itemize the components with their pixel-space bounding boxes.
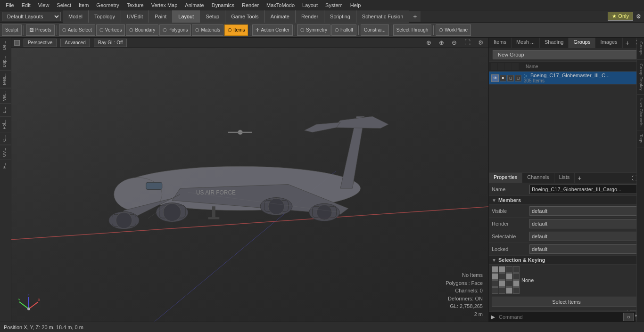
viewport-nav-icon[interactable]: ⊕ xyxy=(424,39,433,46)
select-items-button[interactable]: Select Items xyxy=(492,297,641,307)
menu-geometry[interactable]: Geometry xyxy=(92,1,123,9)
layer-item-boeing[interactable]: 👁 ■ ◻ ◻ ▷ Boeing_C17_Globemaster_III_C..… xyxy=(489,72,644,85)
raygl-button[interactable]: Ray GL: Off xyxy=(94,39,127,47)
layer-icons-header xyxy=(491,63,524,70)
selectable-dropdown[interactable]: default ▾ xyxy=(529,232,641,241)
menu-animate[interactable]: Animate xyxy=(181,1,207,9)
viewport-zoom-out-icon[interactable]: ⊖ xyxy=(450,39,459,46)
settings-icon[interactable]: ⚙ xyxy=(633,12,644,21)
menu-select[interactable]: Select xyxy=(53,1,75,9)
tab-animate[interactable]: Animate xyxy=(265,10,296,23)
menu-maxtomodo[interactable]: MaxToModo xyxy=(263,1,298,9)
menu-help[interactable]: Help xyxy=(347,1,365,9)
viewport-zoom-in-icon[interactable]: ⊕ xyxy=(437,39,446,46)
layout-dropdown[interactable]: Default Layouts xyxy=(2,12,61,21)
edge-tab-tags[interactable]: Tags xyxy=(637,130,644,147)
viewport-area[interactable]: Perspective Advanced Ray GL: Off ⊕ ⊕ ⊖ ⛶… xyxy=(11,38,488,322)
tab-layout[interactable]: Layout xyxy=(173,10,200,23)
tab-uvedit[interactable]: UVEdit xyxy=(121,10,149,23)
props-tab-plus[interactable]: + xyxy=(575,173,584,183)
no-items-label: No Items xyxy=(446,271,483,279)
members-section-header[interactable]: ▼ Members xyxy=(489,196,644,205)
polygons-button[interactable]: ⬡ Polygons xyxy=(159,24,191,36)
viewport-handle[interactable] xyxy=(14,40,20,46)
left-tab-mes[interactable]: Mes... xyxy=(0,70,11,88)
boundary-button[interactable]: ⬡ Boundary xyxy=(126,24,158,36)
selection-keying-title: Selection & Keying xyxy=(498,257,545,263)
svg-marker-5 xyxy=(116,194,180,220)
props-tab-channels[interactable]: Channels xyxy=(522,173,554,183)
items-button[interactable]: ⬡ Items xyxy=(224,24,248,36)
viewport-settings-icon[interactable]: ⚙ xyxy=(476,39,486,46)
left-tab-dup[interactable]: Dup... xyxy=(0,53,11,70)
layer-lock-icon[interactable]: ◻ xyxy=(515,75,521,81)
tab-topology[interactable]: Topology xyxy=(89,10,121,23)
falloff-button[interactable]: ⬡ Falloff xyxy=(331,24,356,36)
edge-tab-group-display[interactable]: Group Display xyxy=(637,60,644,95)
viewport-canvas[interactable]: US AIR FORCE No Items Polygons : Face Ch… xyxy=(11,48,488,322)
workplane-button[interactable]: ⬡ WorkPlane xyxy=(436,24,471,36)
gl-info: GL: 2,758,265 xyxy=(446,302,483,310)
layer-eye-icon[interactable]: 👁 xyxy=(491,74,499,82)
edge-tab-groups[interactable]: Groups xyxy=(637,38,644,60)
menu-render[interactable]: Render xyxy=(238,1,263,9)
props-tab-properties[interactable]: Properties xyxy=(489,173,522,183)
left-tab-c[interactable]: C... xyxy=(0,132,11,145)
perspective-button[interactable]: Perspective xyxy=(24,39,57,47)
vertices-button[interactable]: ⬡ Vertices xyxy=(96,24,125,36)
left-tab-pol[interactable]: Pol... xyxy=(0,116,11,132)
tab-scripting[interactable]: Scripting xyxy=(324,10,356,23)
props-tab-lists[interactable]: Lists xyxy=(554,173,575,183)
menu-vertex-map[interactable]: Vertex Map xyxy=(148,1,182,9)
svg-rect-17 xyxy=(146,182,162,189)
tab-images[interactable]: Images xyxy=(595,38,622,48)
new-group-button[interactable]: New Group xyxy=(493,50,640,59)
command-input[interactable] xyxy=(497,314,623,320)
tab-render[interactable]: Render xyxy=(296,10,324,23)
left-tab-de[interactable]: De... xyxy=(0,38,11,53)
left-tab-e[interactable]: E... xyxy=(0,104,11,116)
name-input[interactable] xyxy=(529,185,641,194)
left-tab-ver[interactable]: Ver... xyxy=(0,88,11,104)
layout-plus-button[interactable]: + xyxy=(409,11,421,22)
menu-edit[interactable]: Edit xyxy=(18,1,34,9)
tab-items[interactable]: Items xyxy=(489,38,512,48)
locked-dropdown[interactable]: default ▾ xyxy=(529,244,641,254)
menu-item[interactable]: Item xyxy=(75,1,92,9)
tab-mesh[interactable]: Mesh ... xyxy=(512,38,540,48)
symmetry-button[interactable]: ⬡ Symmetry xyxy=(297,24,330,36)
visible-dropdown[interactable]: default ▾ xyxy=(529,206,641,216)
tab-paint[interactable]: Paint xyxy=(149,10,173,23)
tab-shading[interactable]: Shading xyxy=(540,38,569,48)
sculpt-button[interactable]: Sculpt xyxy=(2,24,22,36)
auto-select-button[interactable]: ⬡ Auto Select xyxy=(59,24,95,36)
layer-sel-icon[interactable]: ◻ xyxy=(507,75,514,81)
layer-expand-icon[interactable]: ▷ xyxy=(524,73,528,78)
menu-layout[interactable]: Layout xyxy=(298,1,322,9)
right-tab-plus[interactable]: + xyxy=(623,38,632,48)
tab-setup[interactable]: Setup xyxy=(200,10,225,23)
left-tab-f[interactable]: F... xyxy=(0,160,11,171)
menu-view[interactable]: View xyxy=(34,1,53,9)
materials-button[interactable]: ⬡ Materials xyxy=(192,24,223,36)
tab-model[interactable]: Model xyxy=(63,10,89,23)
tab-groups[interactable]: Groups xyxy=(569,38,595,48)
presets-button[interactable]: 🖼 Presets xyxy=(26,24,55,36)
constraints-button[interactable]: Constrai... xyxy=(361,24,389,36)
menu-file[interactable]: File xyxy=(2,1,18,9)
tab-game-tools[interactable]: Game Tools xyxy=(225,10,265,23)
command-submit-button[interactable]: ○ xyxy=(623,313,634,321)
menu-dynamics[interactable]: Dynamics xyxy=(208,1,238,9)
render-dropdown[interactable]: default ▾ xyxy=(529,219,641,228)
menu-system[interactable]: System xyxy=(322,1,347,9)
layer-render-icon[interactable]: ■ xyxy=(500,75,506,81)
action-center-button[interactable]: ✛ Action Center xyxy=(252,24,293,36)
selection-keying-header[interactable]: ▼ Selection & Keying xyxy=(489,256,644,265)
menu-texture[interactable]: Texture xyxy=(123,1,148,9)
select-through-button[interactable]: Select Through xyxy=(393,24,432,36)
tab-schematic-fusion[interactable]: Schematic Fusion xyxy=(356,10,409,23)
left-tab-uv[interactable]: UV... xyxy=(0,145,11,160)
viewport-expand-icon[interactable]: ⛶ xyxy=(462,39,472,46)
edge-tab-user-channels[interactable]: User Channels xyxy=(637,95,644,131)
advanced-button[interactable]: Advanced xyxy=(60,39,90,47)
